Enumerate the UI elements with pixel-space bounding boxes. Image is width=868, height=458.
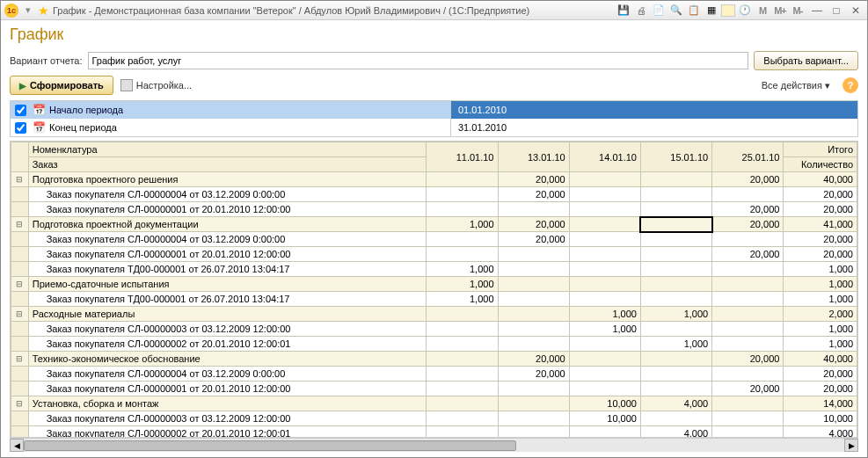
choose-variant-button[interactable]: Выбрать вариант... [754, 51, 858, 70]
cell-value[interactable]: 20,000 [784, 382, 857, 396]
cell-value[interactable] [640, 247, 711, 262]
cell-value[interactable] [640, 202, 711, 217]
cell-value[interactable]: 20,000 [784, 187, 857, 202]
report-grid[interactable]: Номенклатура11.01.1013.01.1014.01.1015.0… [10, 141, 858, 438]
cell-value[interactable] [569, 292, 640, 307]
collapse-toggle[interactable]: ⊟ [11, 307, 29, 322]
group-value[interactable]: 14,000 [784, 396, 857, 411]
print-icon[interactable]: 🖨 [633, 4, 649, 18]
group-value[interactable]: 2,000 [784, 307, 857, 322]
detail-row[interactable]: Заказ покупателя ТД00-000001 от 26.07.20… [11, 292, 857, 307]
detail-row[interactable]: Заказ покупателя СЛ-00000004 от 03.12.20… [11, 232, 857, 247]
period-start-checkbox[interactable] [15, 105, 26, 116]
detail-row[interactable]: Заказ покупателя СЛ-00000001 от 20.01.20… [11, 202, 857, 217]
search-icon[interactable]: 🔍 [668, 4, 684, 18]
cell-value[interactable]: 20,000 [712, 382, 784, 396]
memory-mminus[interactable]: M- [790, 4, 806, 18]
collapse-toggle[interactable]: ⊟ [11, 172, 29, 187]
group-value[interactable] [569, 352, 640, 367]
cell-value[interactable] [569, 426, 640, 439]
collapse-toggle[interactable]: ⊟ [11, 352, 29, 367]
cell-value[interactable] [498, 337, 569, 352]
cell-value[interactable] [427, 382, 498, 396]
group-value[interactable]: 1,000 [569, 307, 640, 322]
group-row[interactable]: ⊟Установка, сборка и монтаж10,0004,00014… [11, 396, 857, 411]
cell-value[interactable] [427, 232, 498, 247]
cell-value[interactable]: 1,000 [640, 337, 711, 352]
setup-link[interactable]: Настройка... [120, 79, 192, 91]
cell-value[interactable] [569, 382, 640, 396]
cell-value[interactable] [712, 262, 784, 277]
group-value[interactable] [712, 396, 784, 411]
collapse-toggle[interactable]: ⊟ [11, 396, 29, 411]
cell-value[interactable]: 20,000 [498, 187, 569, 202]
group-value[interactable] [427, 307, 498, 322]
cell-value[interactable] [712, 187, 784, 202]
grid-icon[interactable]: ▦ [704, 4, 719, 18]
cell-value[interactable] [498, 292, 569, 307]
form-button[interactable]: ▶ Сформировать [10, 76, 113, 95]
horizontal-scrollbar[interactable]: ◀ ▶ [10, 438, 858, 452]
cell-value[interactable] [569, 337, 640, 352]
clock-icon[interactable]: 🕐 [737, 4, 753, 18]
period-end-value[interactable]: 31.01.2010 [450, 119, 857, 136]
group-value[interactable] [498, 277, 569, 292]
period-start-row[interactable]: 📅 Начало периода 01.01.2010 [11, 101, 857, 119]
cell-value[interactable]: 1,000 [784, 322, 857, 337]
group-row[interactable]: ⊟Приемо-сдаточные испытания1,0001,000 [11, 277, 857, 292]
cell-value[interactable] [712, 337, 784, 352]
col-date[interactable]: 11.01.10 [427, 142, 498, 172]
cell-value[interactable] [569, 367, 640, 382]
group-value[interactable]: 4,000 [640, 396, 711, 411]
scroll-left-button[interactable]: ◀ [10, 439, 24, 452]
cell-value[interactable] [427, 322, 498, 337]
variant-input[interactable] [88, 52, 749, 69]
cell-value[interactable]: 20,000 [712, 247, 784, 262]
cell-value[interactable]: 20,000 [784, 202, 857, 217]
period-start-value[interactable]: 01.01.2010 [450, 101, 857, 119]
group-value[interactable] [427, 396, 498, 411]
cell-value[interactable]: 4,000 [640, 426, 711, 439]
group-value[interactable]: 10,000 [569, 396, 640, 411]
col-date[interactable]: 13.01.10 [498, 142, 569, 172]
col-quantity[interactable]: Количество [784, 157, 857, 172]
help-icon[interactable]: ? [842, 77, 858, 93]
cell-value[interactable] [569, 262, 640, 277]
cell-value[interactable] [640, 367, 711, 382]
cell-value[interactable] [712, 367, 784, 382]
dropdown-icon[interactable]: ▾ [22, 4, 34, 17]
cell-value[interactable]: 1,000 [784, 262, 857, 277]
group-value[interactable] [569, 172, 640, 187]
group-row[interactable]: ⊟Подготовка проектного решения20,00020,0… [11, 172, 857, 187]
group-value[interactable] [640, 277, 711, 292]
cell-value[interactable]: 20,000 [784, 232, 857, 247]
col-date[interactable]: 14.01.10 [569, 142, 640, 172]
list-icon[interactable]: 📋 [686, 4, 702, 18]
cell-value[interactable] [427, 202, 498, 217]
group-value[interactable] [427, 172, 498, 187]
group-value[interactable]: 1,000 [427, 217, 498, 232]
cell-value[interactable] [712, 292, 784, 307]
cell-value[interactable] [569, 247, 640, 262]
group-value[interactable] [498, 396, 569, 411]
cell-value[interactable] [640, 382, 711, 396]
expand-all-toggle[interactable] [11, 142, 29, 172]
group-value[interactable] [640, 352, 711, 367]
group-value[interactable] [498, 307, 569, 322]
save-icon[interactable]: 💾 [616, 4, 631, 18]
cell-value[interactable] [498, 247, 569, 262]
col-date[interactable]: 15.01.10 [640, 142, 711, 172]
scroll-track[interactable] [24, 439, 844, 452]
group-value[interactable]: 1,000 [640, 307, 711, 322]
group-value[interactable] [712, 307, 784, 322]
close-button[interactable]: ✕ [848, 4, 864, 18]
memory-mplus[interactable]: M+ [772, 4, 788, 18]
cell-value[interactable] [427, 187, 498, 202]
cell-value[interactable] [640, 232, 711, 247]
group-value[interactable]: 41,000 [784, 217, 857, 232]
cell-value[interactable] [569, 202, 640, 217]
cell-value[interactable] [640, 292, 711, 307]
period-end-row[interactable]: 📅 Конец периода 31.01.2010 [11, 119, 857, 136]
group-value[interactable]: 20,000 [712, 172, 784, 187]
group-row[interactable]: ⊟Технико-экономическое обоснование20,000… [11, 352, 857, 367]
